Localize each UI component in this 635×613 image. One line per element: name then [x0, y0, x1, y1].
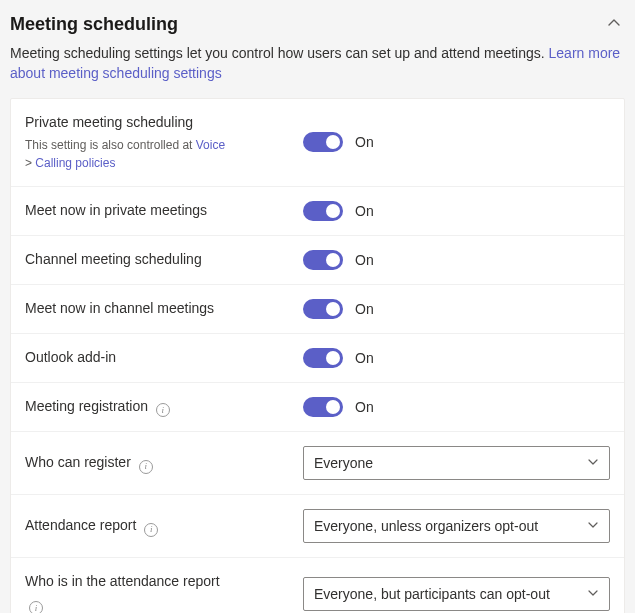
control-col: Everyone — [303, 446, 610, 480]
toggle-channel-meeting-scheduling[interactable] — [303, 250, 343, 270]
calling-policies-link[interactable]: Calling policies — [35, 156, 115, 170]
setting-label-text: Who is in the attendance report — [25, 573, 220, 589]
select-value: Everyone — [314, 455, 373, 471]
row-meet-now-private: Meet now in private meetings On — [11, 187, 624, 236]
label-col: Attendance report i — [25, 516, 303, 536]
toggle-meet-now-private[interactable] — [303, 201, 343, 221]
toggle-state-label: On — [355, 301, 374, 317]
control-col: On — [303, 397, 610, 417]
select-value: Everyone, but participants can opt-out — [314, 586, 550, 602]
setting-label: Who is in the attendance report — [25, 572, 291, 592]
control-col: On — [303, 250, 610, 270]
row-meet-now-channel: Meet now in channel meetings On — [11, 285, 624, 334]
label-col: Who is in the attendance report i — [25, 572, 303, 613]
setting-label: Meet now in channel meetings — [25, 299, 291, 319]
info-icon[interactable]: i — [29, 601, 43, 613]
label-col: Meet now in channel meetings — [25, 299, 303, 319]
label-col: Meeting registration i — [25, 397, 303, 417]
row-channel-meeting-scheduling: Channel meeting scheduling On — [11, 236, 624, 285]
select-who-can-register[interactable]: Everyone — [303, 446, 610, 480]
sublabel-prefix: This setting is also controlled at — [25, 138, 196, 152]
control-col: On — [303, 132, 610, 152]
control-col: On — [303, 201, 610, 221]
control-col: On — [303, 299, 610, 319]
collapse-chevron-icon[interactable] — [603, 12, 625, 37]
toggle-state-label: On — [355, 134, 374, 150]
info-icon[interactable]: i — [144, 523, 158, 537]
row-who-in-attendance-report: Who is in the attendance report i Everyo… — [11, 558, 624, 613]
label-col: Private meeting scheduling This setting … — [25, 113, 303, 173]
section-title: Meeting scheduling — [10, 14, 178, 35]
chevron-down-icon — [587, 518, 599, 534]
chevron-down-icon — [587, 586, 599, 602]
info-icon[interactable]: i — [156, 403, 170, 417]
info-icon[interactable]: i — [139, 460, 153, 474]
setting-label: Who can register i — [25, 453, 291, 473]
setting-label-text: Meeting registration — [25, 398, 148, 414]
setting-label: Attendance report i — [25, 516, 291, 536]
setting-label-text: Who can register — [25, 454, 131, 470]
toggle-private-meeting-scheduling[interactable] — [303, 132, 343, 152]
toggle-meet-now-channel[interactable] — [303, 299, 343, 319]
toggle-state-label: On — [355, 203, 374, 219]
toggle-meeting-registration[interactable] — [303, 397, 343, 417]
setting-label: Meet now in private meetings — [25, 201, 291, 221]
row-meeting-registration: Meeting registration i On — [11, 383, 624, 432]
label-col: Meet now in private meetings — [25, 201, 303, 221]
row-who-can-register: Who can register i Everyone — [11, 432, 624, 495]
label-col: Who can register i — [25, 453, 303, 473]
control-col: Everyone, unless organizers opt-out — [303, 509, 610, 543]
select-value: Everyone, unless organizers opt-out — [314, 518, 538, 534]
sublabel-sep: > — [25, 156, 35, 170]
setting-label-text: Attendance report — [25, 517, 136, 533]
control-col: Everyone, but participants can opt-out — [303, 577, 610, 611]
setting-sublabel: This setting is also controlled at Voice… — [25, 136, 291, 172]
section-description: Meeting scheduling settings let you cont… — [0, 43, 635, 98]
setting-label: Outlook add-in — [25, 348, 291, 368]
row-attendance-report: Attendance report i Everyone, unless org… — [11, 495, 624, 558]
label-col: Channel meeting scheduling — [25, 250, 303, 270]
setting-label: Meeting registration i — [25, 397, 291, 417]
chevron-down-icon — [587, 455, 599, 471]
select-attendance-report[interactable]: Everyone, unless organizers opt-out — [303, 509, 610, 543]
toggle-outlook-addin[interactable] — [303, 348, 343, 368]
row-private-meeting-scheduling: Private meeting scheduling This setting … — [11, 99, 624, 188]
select-who-in-attendance-report[interactable]: Everyone, but participants can opt-out — [303, 577, 610, 611]
setting-label: Private meeting scheduling — [25, 113, 291, 133]
toggle-state-label: On — [355, 399, 374, 415]
section-header: Meeting scheduling — [0, 0, 635, 43]
toggle-state-label: On — [355, 252, 374, 268]
row-outlook-addin: Outlook add-in On — [11, 334, 624, 383]
control-col: On — [303, 348, 610, 368]
settings-card: Private meeting scheduling This setting … — [10, 98, 625, 613]
label-col: Outlook add-in — [25, 348, 303, 368]
voice-link[interactable]: Voice — [196, 138, 225, 152]
description-text: Meeting scheduling settings let you cont… — [10, 45, 549, 61]
toggle-state-label: On — [355, 350, 374, 366]
setting-label: Channel meeting scheduling — [25, 250, 291, 270]
